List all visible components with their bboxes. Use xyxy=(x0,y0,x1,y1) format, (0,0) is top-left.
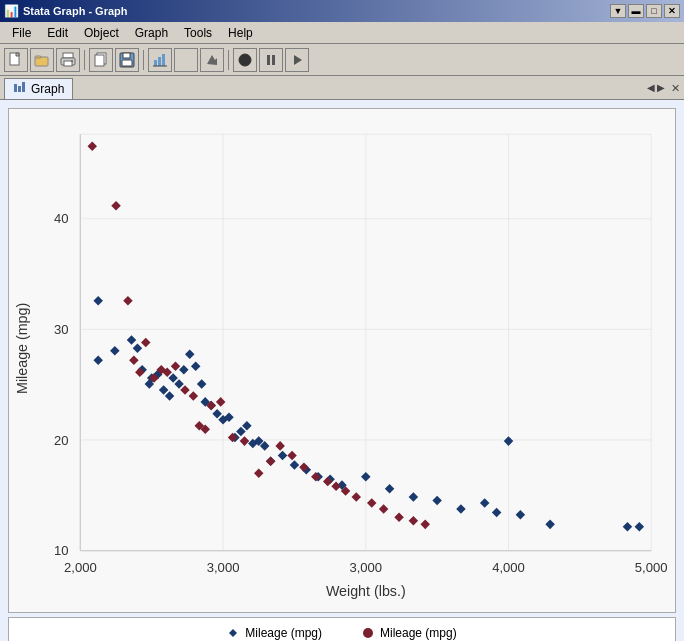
red-dot xyxy=(171,361,181,371)
red-dot xyxy=(216,397,226,407)
svg-text:Weight (lbs.): Weight (lbs.) xyxy=(326,583,406,599)
svg-rect-18 xyxy=(272,55,275,65)
red-dot xyxy=(379,504,389,514)
nav-arrows: ◀ ▶ ✕ xyxy=(647,82,680,95)
svg-marker-19 xyxy=(294,55,302,65)
svg-point-6 xyxy=(71,60,73,62)
open-button[interactable] xyxy=(30,48,54,72)
legend-area: Mileage (mpg) Mileage (mpg) xyxy=(8,617,676,642)
nav-right[interactable]: ▶ xyxy=(657,82,665,95)
legend-item-blue: Mileage (mpg) xyxy=(227,626,322,640)
menu-file[interactable]: File xyxy=(4,24,39,42)
copy-button[interactable] xyxy=(89,48,113,72)
svg-rect-3 xyxy=(63,53,73,58)
blue-dot xyxy=(361,472,371,482)
blue-dot xyxy=(545,520,555,530)
menu-tools[interactable]: Tools xyxy=(176,24,220,42)
maximize-button[interactable]: □ xyxy=(646,4,662,18)
title-bar: 📊 Stata Graph - Graph ▼ ▬ □ ✕ xyxy=(0,0,684,22)
nav-left[interactable]: ◀ xyxy=(647,82,655,95)
blue-dot xyxy=(456,504,466,514)
blue-dot xyxy=(179,365,189,375)
main-content: 10 20 30 40 2,000 3,000 3,000 4,000 5,00… xyxy=(0,100,684,639)
toolbar-sep-2 xyxy=(143,50,144,70)
blue-dot xyxy=(174,379,184,389)
red-dot xyxy=(367,498,377,508)
svg-rect-2 xyxy=(35,56,41,58)
title-bar-controls: ▼ ▬ □ ✕ xyxy=(610,4,680,18)
red-dot xyxy=(394,512,404,522)
title-bar-text: Stata Graph - Graph xyxy=(23,5,128,17)
blue-dot xyxy=(635,522,645,532)
play-button[interactable] xyxy=(285,48,309,72)
svg-rect-17 xyxy=(267,55,270,65)
blue-dot xyxy=(516,510,526,520)
red-dot xyxy=(275,441,285,451)
blank-button[interactable] xyxy=(174,48,198,72)
legend-item-red: Mileage (mpg) xyxy=(362,626,457,640)
legend-blue-icon xyxy=(227,627,239,639)
graph-tab[interactable]: Graph xyxy=(4,78,73,99)
tab-label: Graph xyxy=(31,82,64,96)
red-dot xyxy=(180,385,190,395)
blue-dot xyxy=(165,391,175,401)
svg-point-16 xyxy=(239,54,251,66)
chart-container: 10 20 30 40 2,000 3,000 3,000 4,000 5,00… xyxy=(0,100,684,641)
red-dot xyxy=(141,338,151,348)
legend-label-blue: Mileage (mpg) xyxy=(245,626,322,640)
blue-dot xyxy=(168,373,178,383)
menu-object[interactable]: Object xyxy=(76,24,127,42)
menu-edit[interactable]: Edit xyxy=(39,24,76,42)
blue-dot xyxy=(185,350,195,360)
print-button[interactable] xyxy=(56,48,80,72)
red-dot xyxy=(87,141,97,151)
svg-rect-11 xyxy=(122,60,132,66)
circle-button[interactable] xyxy=(233,48,257,72)
legend-label-red: Mileage (mpg) xyxy=(380,626,457,640)
chart-button[interactable] xyxy=(148,48,172,72)
red-dot xyxy=(129,355,139,365)
menu-help[interactable]: Help xyxy=(220,24,261,42)
blue-dot xyxy=(242,421,252,431)
svg-text:3,000: 3,000 xyxy=(349,560,382,575)
save-button[interactable] xyxy=(115,48,139,72)
close-panel-button[interactable]: ✕ xyxy=(671,82,680,95)
blue-dot xyxy=(385,484,395,494)
legend-red-icon xyxy=(362,627,374,639)
svg-rect-10 xyxy=(123,53,130,58)
svg-point-46 xyxy=(363,628,373,638)
red-dot xyxy=(123,296,133,306)
blue-dot xyxy=(480,498,490,508)
arrow-button[interactable] xyxy=(200,48,224,72)
blue-dot xyxy=(191,361,201,371)
chart-area[interactable]: 10 20 30 40 2,000 3,000 3,000 4,000 5,00… xyxy=(8,108,676,613)
restore-button[interactable]: ▬ xyxy=(628,4,644,18)
svg-text:2,000: 2,000 xyxy=(64,560,97,575)
svg-text:Mileage (mpg): Mileage (mpg) xyxy=(14,303,30,394)
red-dot xyxy=(254,468,264,478)
svg-text:40: 40 xyxy=(54,211,69,226)
close-button[interactable]: ✕ xyxy=(664,4,680,18)
svg-text:10: 10 xyxy=(54,543,69,558)
svg-text:5,000: 5,000 xyxy=(635,560,668,575)
menu-graph[interactable]: Graph xyxy=(127,24,176,42)
svg-rect-12 xyxy=(154,60,157,66)
blue-dot xyxy=(623,522,633,532)
svg-rect-22 xyxy=(22,82,25,92)
minimize-button[interactable]: ▼ xyxy=(610,4,626,18)
blue-dot xyxy=(409,492,419,502)
new-button[interactable] xyxy=(4,48,28,72)
blue-dot xyxy=(504,436,514,446)
toolbar-sep-1 xyxy=(84,50,85,70)
blue-dot xyxy=(93,296,103,306)
blue-dot xyxy=(133,344,143,354)
red-dot xyxy=(409,516,419,526)
blue-dot xyxy=(492,508,502,518)
pause-button[interactable] xyxy=(259,48,283,72)
svg-text:4,000: 4,000 xyxy=(492,560,525,575)
svg-rect-8 xyxy=(95,55,104,66)
svg-rect-13 xyxy=(158,57,161,66)
blue-dot xyxy=(197,379,207,389)
red-dot xyxy=(240,436,250,446)
blue-dot xyxy=(290,460,300,470)
